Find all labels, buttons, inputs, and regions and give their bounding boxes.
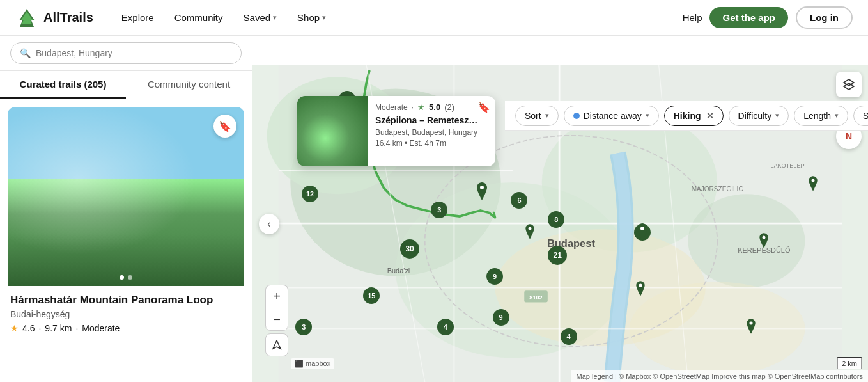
svg-text:LAKÓTELEP: LAKÓTELEP xyxy=(770,163,804,169)
zoom-out-button[interactable]: − xyxy=(265,308,288,331)
suitability-filter-button[interactable]: Suitability ▾ xyxy=(853,106,868,126)
popup-trail-meta: 16.4 km • Est. 4h 7m xyxy=(375,139,488,148)
alltrails-logo-icon xyxy=(15,6,38,29)
get-app-button[interactable]: Get the app xyxy=(709,7,788,28)
trail-location: Budai-hegység xyxy=(10,309,242,319)
svg-point-26 xyxy=(480,186,484,189)
svg-point-28 xyxy=(762,236,765,239)
sort-filter-button[interactable]: Sort ▾ xyxy=(515,106,559,126)
svg-text:Buda'zi: Buda'zi xyxy=(387,267,410,275)
distance-label: Distance away xyxy=(584,111,642,121)
svg-point-27 xyxy=(639,283,642,287)
popup-difficulty-text: Moderate xyxy=(375,103,408,112)
hiking-label: Hiking xyxy=(674,111,701,121)
main-content: 🔍 Curated trails (205) Community content… xyxy=(0,36,868,382)
popup-content: 🔖 Moderate · ★ 5.0 (2) Szépilona – Remet… xyxy=(368,96,495,166)
marker-center[interactable] xyxy=(523,224,536,242)
marker-3a[interactable]: 3 xyxy=(431,202,447,218)
popup-rating: 5.0 xyxy=(429,102,440,112)
popup-distance: 16.4 km xyxy=(375,139,403,148)
svg-marker-32 xyxy=(844,79,854,86)
hiking-close-icon[interactable]: ✕ xyxy=(706,111,714,121)
nav-saved[interactable]: Saved ▾ xyxy=(236,7,285,28)
pin-icon-e2 xyxy=(807,176,819,191)
distance-filter-button[interactable]: Distance away ▾ xyxy=(564,106,659,126)
popup-dot-separator: · xyxy=(412,103,414,112)
trail-card[interactable]: 🔖 Hármashatár Mountain Panorama Loop Bud… xyxy=(8,107,244,336)
marker-additional[interactable] xyxy=(634,224,651,241)
login-button[interactable]: Log in xyxy=(796,6,853,29)
map-back-button[interactable]: ‹ xyxy=(259,214,279,234)
tab-curated-trails[interactable]: Curated trails (205) xyxy=(0,71,126,99)
marker-4b[interactable]: 4 xyxy=(561,328,577,345)
trail-distance: 9.7 km xyxy=(45,323,72,333)
map-attribution: Map legend | © Mapbox © OpenStreetMap Im… xyxy=(571,370,868,382)
svg-text:MAJORSZEGILIC: MAJORSZEGILIC xyxy=(692,186,743,193)
trail-card-image: 🔖 xyxy=(8,107,244,286)
popup-trail-image xyxy=(297,96,368,166)
marker-8[interactable]: 8 xyxy=(548,211,564,228)
meta-separator-1: · xyxy=(38,323,41,333)
shop-chevron-icon: ▾ xyxy=(322,13,326,22)
marker-9a[interactable]: 9 xyxy=(486,268,503,285)
search-icon: 🔍 xyxy=(20,48,31,58)
search-input[interactable] xyxy=(36,48,232,58)
popup-time: Est. 4h 7m xyxy=(410,139,446,148)
scale-bar: 2 km xyxy=(837,357,862,369)
trail-card-info: Hármashatár Mountain Panorama Loop Budai… xyxy=(8,286,244,336)
difficulty-filter-button[interactable]: Difficulty ▾ xyxy=(729,106,789,126)
sort-label: Sort xyxy=(525,111,541,121)
popup-reviews: (2) xyxy=(444,102,454,112)
marker-east2[interactable] xyxy=(807,176,819,194)
popup-meta-sep: • xyxy=(405,139,410,148)
header: AllTrails Explore Community Saved ▾ Shop… xyxy=(0,0,868,36)
logo-text: AllTrails xyxy=(43,10,93,25)
svg-point-30 xyxy=(750,322,753,325)
nav-explore[interactable]: Explore xyxy=(114,7,162,28)
popup-bookmark-button[interactable]: 🔖 xyxy=(477,101,490,113)
sort-chevron-icon: ▾ xyxy=(545,111,549,120)
logo[interactable]: AllTrails xyxy=(15,6,93,29)
location-button[interactable] xyxy=(265,333,288,356)
search-input-wrap[interactable]: 🔍 xyxy=(10,42,242,64)
sidebar: 🔍 Curated trails (205) Community content… xyxy=(0,36,252,382)
distance-chevron-icon: ▾ xyxy=(646,111,649,120)
location-arrow-icon xyxy=(272,340,282,350)
zoom-in-button[interactable]: + xyxy=(265,285,288,308)
difficulty-chevron-icon: ▾ xyxy=(775,111,779,120)
marker-south1[interactable] xyxy=(634,281,647,299)
marker-9b[interactable]: 9 xyxy=(493,309,509,326)
trail-bookmark-button[interactable]: 🔖 xyxy=(213,115,236,138)
filter-bar: Sort ▾ Distance away ▾ Hiking ✕ Difficul… xyxy=(505,101,868,131)
marker-east1[interactable] xyxy=(757,233,770,251)
nav-shop[interactable]: Shop ▾ xyxy=(290,7,334,28)
trail-meta: ★ 4.6 · 9.7 km · Moderate xyxy=(10,323,242,333)
trail-difficulty: Moderate xyxy=(82,323,120,333)
meta-separator-2: · xyxy=(75,323,78,333)
trail-popup[interactable]: 🔖 Moderate · ★ 5.0 (2) Szépilona – Remet… xyxy=(297,96,495,166)
map-area[interactable]: Sort ▾ Distance away ▾ Hiking ✕ Difficul… xyxy=(252,65,868,382)
svg-text:8102: 8102 xyxy=(529,294,542,301)
active-pin-icon xyxy=(474,182,490,200)
saved-chevron-icon: ▾ xyxy=(273,13,277,22)
tab-community-content[interactable]: Community content xyxy=(126,71,252,99)
layers-icon xyxy=(842,78,855,91)
mapbox-logo: ⬛ mapbox xyxy=(291,358,334,369)
svg-point-29 xyxy=(811,179,814,182)
popup-trail-name: Szépilona – Remetesz… xyxy=(375,115,488,126)
length-filter-button[interactable]: Length ▾ xyxy=(794,106,848,126)
layers-button[interactable] xyxy=(836,72,862,97)
nav-community[interactable]: Community xyxy=(167,7,231,28)
marker-se1[interactable] xyxy=(745,319,757,337)
pin-icon-c xyxy=(523,224,536,239)
help-link[interactable]: Help xyxy=(683,12,702,23)
location-pin-icon xyxy=(635,223,650,241)
marker-4a[interactable]: 4 xyxy=(437,319,454,335)
distance-dot-icon xyxy=(573,113,580,119)
hiking-filter-button[interactable]: Hiking ✕ xyxy=(664,106,724,126)
svg-point-31 xyxy=(528,227,531,230)
active-marker[interactable] xyxy=(474,182,490,203)
image-dots xyxy=(120,275,132,280)
marker-15[interactable]: 15 xyxy=(363,287,380,304)
marker-12[interactable]: 12 xyxy=(302,186,318,202)
